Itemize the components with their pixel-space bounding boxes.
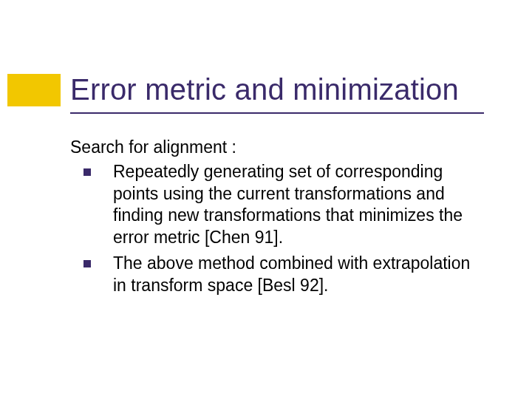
bullet-list: Repeatedly generating set of correspondi…: [70, 161, 484, 296]
square-bullet-icon: [83, 168, 91, 176]
list-item-text: Repeatedly generating set of correspondi…: [113, 162, 463, 246]
slide-title: Error metric and minimization: [70, 72, 459, 106]
slide: Error metric and minimization Search for…: [0, 0, 532, 399]
list-item: The above method combined with extrapola…: [83, 253, 484, 296]
slide-body: Search for alignment : Repeatedly genera…: [70, 137, 484, 301]
body-lead: Search for alignment :: [70, 137, 484, 158]
accent-block: [7, 74, 61, 106]
title-underline: [70, 112, 484, 114]
square-bullet-icon: [83, 260, 91, 267]
list-item: Repeatedly generating set of correspondi…: [83, 161, 484, 248]
list-item-text: The above method combined with extrapola…: [113, 253, 470, 294]
